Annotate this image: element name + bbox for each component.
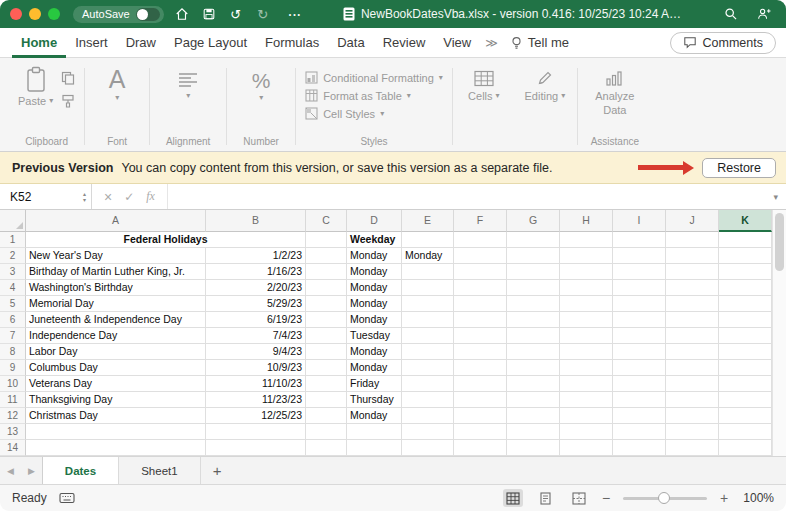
format-as-table-button[interactable]: Format as Table ▾ [305, 87, 411, 104]
tab-review[interactable]: Review [374, 28, 435, 58]
cell[interactable] [402, 296, 454, 312]
cell[interactable] [306, 312, 347, 328]
cell[interactable] [454, 360, 507, 376]
cell[interactable] [347, 424, 402, 440]
cell[interactable] [507, 344, 560, 360]
close-window-button[interactable] [10, 8, 22, 20]
cell[interactable] [666, 248, 719, 264]
column-header-e[interactable]: E [402, 210, 454, 232]
cell[interactable] [402, 312, 454, 328]
alignment-button[interactable]: ▾ [177, 66, 199, 100]
cell[interactable] [719, 424, 772, 440]
cell-date[interactable]: 1/2/23 [206, 248, 306, 264]
cell-weekday[interactable]: Tuesday [347, 328, 402, 344]
cell[interactable] [666, 408, 719, 424]
search-icon[interactable] [722, 5, 740, 23]
cell[interactable] [613, 376, 666, 392]
format-painter-icon[interactable] [61, 94, 75, 108]
cell[interactable] [26, 424, 206, 440]
scrollbar-thumb[interactable] [775, 213, 784, 271]
cell[interactable] [306, 408, 347, 424]
cell[interactable] [306, 376, 347, 392]
share-icon[interactable] [754, 5, 772, 23]
minimize-window-button[interactable] [29, 8, 41, 20]
cell[interactable] [666, 376, 719, 392]
cell-date[interactable]: 11/23/23 [206, 392, 306, 408]
cell-holiday[interactable]: Thanksgiving Day [26, 392, 206, 408]
cell-date[interactable]: 12/25/23 [206, 408, 306, 424]
sheet-nav-right-icon[interactable]: ▶ [21, 457, 42, 484]
column-header-k[interactable]: K [719, 210, 772, 232]
cell[interactable] [402, 392, 454, 408]
cell-federal-holidays-title[interactable]: Federal Holidays [26, 232, 306, 248]
row-header-13[interactable]: 13 [0, 424, 26, 440]
tab-draw[interactable]: Draw [117, 28, 165, 58]
cell[interactable] [306, 280, 347, 296]
row-header-7[interactable]: 7 [0, 328, 26, 344]
cell[interactable] [560, 424, 613, 440]
select-all-corner[interactable] [0, 210, 26, 232]
zoom-out-icon[interactable]: − [602, 491, 610, 505]
add-sheet-button[interactable]: + [201, 457, 234, 484]
cell-weekday[interactable]: Monday [347, 296, 402, 312]
cells-button[interactable]: Cells▾ [468, 66, 499, 102]
cell-holiday[interactable]: Columbus Day [26, 360, 206, 376]
column-header-g[interactable]: G [507, 210, 560, 232]
cell[interactable] [454, 296, 507, 312]
cell[interactable] [613, 392, 666, 408]
cell[interactable] [507, 264, 560, 280]
analyze-data-button[interactable]: Analyze Data [589, 66, 641, 118]
cell[interactable] [306, 296, 347, 312]
cell[interactable] [306, 424, 347, 440]
cell[interactable] [507, 248, 560, 264]
cell[interactable] [613, 232, 666, 248]
column-header-b[interactable]: B [206, 210, 306, 232]
cell[interactable] [666, 312, 719, 328]
cell-weekday[interactable]: Monday [347, 360, 402, 376]
cell-date[interactable]: 5/29/23 [206, 296, 306, 312]
cell[interactable] [454, 392, 507, 408]
cell[interactable] [306, 440, 347, 456]
cell[interactable] [507, 232, 560, 248]
cell[interactable] [454, 328, 507, 344]
cell[interactable] [719, 440, 772, 456]
cell[interactable] [402, 280, 454, 296]
row-header-1[interactable]: 1 [0, 232, 26, 248]
cell[interactable] [507, 392, 560, 408]
cell[interactable] [454, 376, 507, 392]
column-header-h[interactable]: H [560, 210, 613, 232]
cell[interactable] [507, 408, 560, 424]
cell[interactable] [560, 232, 613, 248]
row-header-5[interactable]: 5 [0, 296, 26, 312]
cell[interactable] [454, 344, 507, 360]
fullscreen-window-button[interactable] [48, 8, 60, 20]
comments-button[interactable]: Comments [670, 32, 776, 54]
cell[interactable] [507, 328, 560, 344]
tab-formulas[interactable]: Formulas [256, 28, 328, 58]
cell[interactable] [402, 344, 454, 360]
cell[interactable] [306, 344, 347, 360]
column-header-f[interactable]: F [454, 210, 507, 232]
row-header-4[interactable]: 4 [0, 280, 26, 296]
cell-weekday[interactable]: Friday [347, 376, 402, 392]
cell[interactable] [507, 296, 560, 312]
cell[interactable] [560, 392, 613, 408]
cell[interactable] [719, 360, 772, 376]
column-header-d[interactable]: D [347, 210, 402, 232]
cell[interactable] [560, 360, 613, 376]
copy-icon[interactable] [61, 71, 75, 85]
name-box-stepper[interactable]: ▴▾ [83, 191, 91, 203]
name-box[interactable]: K52 ▴▾ [0, 184, 92, 209]
home-icon[interactable] [173, 5, 191, 23]
cell-weekday[interactable]: Thursday [347, 392, 402, 408]
cell[interactable] [719, 296, 772, 312]
save-icon[interactable] [200, 5, 218, 23]
insert-function-icon[interactable]: fx [146, 189, 155, 204]
cell-weekday-header[interactable]: Weekday [347, 232, 402, 248]
cell-date[interactable]: 11/10/23 [206, 376, 306, 392]
cell[interactable] [560, 248, 613, 264]
tab-view[interactable]: View [434, 28, 480, 58]
cell[interactable] [613, 264, 666, 280]
cell[interactable] [206, 424, 306, 440]
cell[interactable] [26, 440, 206, 456]
